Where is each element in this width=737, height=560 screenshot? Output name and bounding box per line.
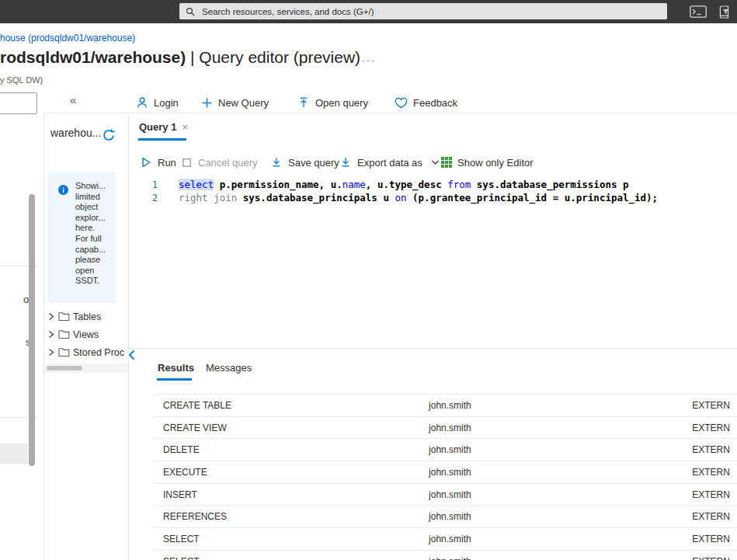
principal-cell: john.smith bbox=[419, 489, 683, 500]
permission-cell: EXECUTE bbox=[154, 467, 419, 478]
show-only-editor-button[interactable]: Show only Editor bbox=[441, 154, 534, 171]
run-button[interactable]: Run bbox=[140, 154, 176, 171]
collapse-blade-button[interactable]: « bbox=[70, 93, 76, 106]
open-query-button[interactable]: Open query bbox=[297, 94, 368, 111]
code-token: p.permission_name, u. bbox=[214, 179, 342, 190]
permission-cell: SELECT bbox=[154, 534, 419, 544]
command-bar-divider bbox=[44, 113, 737, 113]
code-token: right join bbox=[179, 192, 237, 203]
feedback-button[interactable]: Feedback bbox=[395, 94, 457, 111]
type-cell: EXTERN bbox=[683, 511, 737, 522]
code-token: on bbox=[395, 192, 406, 203]
page-title-blade: | Query editor (preview) bbox=[186, 48, 360, 66]
principal-cell: john.smith bbox=[419, 400, 683, 411]
export-data-button[interactable]: Export data as bbox=[339, 154, 440, 171]
menu-item-selected[interactable] bbox=[0, 443, 28, 464]
refresh-icon bbox=[102, 128, 116, 142]
cancel-query-button[interactable]: Cancel query bbox=[181, 154, 258, 171]
tab-messages[interactable]: Messages bbox=[206, 362, 252, 374]
breadcrumb[interactable]: house (prodsqldw01/warehouse) bbox=[0, 33, 135, 43]
folder-icon bbox=[58, 329, 70, 339]
code-token: sys.database_principals u bbox=[237, 192, 395, 203]
code-token: (p.grantee_principal_id = u.principal_id… bbox=[407, 192, 659, 203]
folder-icon bbox=[58, 311, 70, 322]
database-name-label: warehou... bbox=[50, 127, 101, 139]
sql-editor[interactable]: 1select p.permission_name, u.name, u.typ… bbox=[140, 178, 730, 204]
editor-results-divider bbox=[129, 348, 737, 349]
tree-item-views[interactable]: Views bbox=[48, 325, 129, 343]
tab-results[interactable]: Results bbox=[158, 362, 194, 374]
table-row[interactable]: DELETEjohn.smithEXTERN bbox=[154, 438, 737, 461]
tree-item-label: Stored Proc bbox=[73, 347, 124, 358]
results-table: CREATE TABLEjohn.smithEXTERNCREATE VIEWj… bbox=[154, 394, 737, 560]
grid-icon bbox=[441, 157, 452, 168]
search-input[interactable] bbox=[200, 6, 661, 17]
search-icon bbox=[186, 7, 195, 16]
resource-menu-border bbox=[43, 113, 44, 560]
info-line: SSDT. bbox=[75, 276, 114, 287]
cloud-shell-button[interactable] bbox=[688, 4, 708, 19]
directory-filter-icon bbox=[718, 5, 732, 19]
info-line: object bbox=[75, 202, 114, 213]
type-cell: EXTERN bbox=[683, 423, 737, 433]
chevron-right-icon bbox=[48, 348, 55, 357]
page-subtitle: y SQL DW) bbox=[0, 75, 43, 85]
info-line: Showi... bbox=[75, 181, 114, 192]
new-query-button[interactable]: New Query bbox=[201, 94, 269, 111]
refresh-button[interactable] bbox=[102, 128, 116, 142]
filter-input-partial[interactable] bbox=[0, 92, 37, 114]
save-query-button[interactable]: Save query bbox=[270, 154, 339, 171]
horizontal-scrollbar[interactable] bbox=[47, 366, 82, 370]
active-results-tab-indicator bbox=[157, 378, 192, 381]
type-cell: EXTERN bbox=[683, 489, 737, 500]
chevron-right-icon bbox=[48, 330, 55, 339]
info-line: explor... bbox=[75, 213, 114, 224]
stop-icon bbox=[181, 157, 193, 169]
table-row[interactable]: INSERTjohn.smithEXTERN bbox=[154, 483, 737, 506]
active-tab-indicator bbox=[138, 138, 186, 141]
type-cell: EXTERN bbox=[683, 534, 737, 544]
tab-query-1-label: Query 1 bbox=[139, 121, 176, 133]
type-cell: EXTERN bbox=[683, 400, 737, 411]
tree-item-tables[interactable]: Tables bbox=[48, 308, 129, 325]
table-row[interactable]: CREATE TABLEjohn.smithEXTERN bbox=[154, 394, 737, 416]
vertical-scrollbar[interactable] bbox=[29, 194, 35, 466]
more-button[interactable]: ··· bbox=[362, 54, 376, 66]
table-row[interactable]: REFERENCESjohn.smithEXTERN bbox=[154, 505, 737, 527]
code-token: name bbox=[342, 179, 366, 190]
principal-cell: john.smith bbox=[419, 467, 683, 478]
line-number: 2 bbox=[140, 193, 158, 203]
plus-icon bbox=[201, 97, 213, 109]
directory-filter-button[interactable] bbox=[714, 4, 735, 19]
principal-cell: john.smith bbox=[419, 423, 683, 433]
permission-cell: REFERENCES bbox=[154, 511, 419, 522]
type-cell: EXTERN bbox=[683, 444, 737, 455]
tree-item-label: Tables bbox=[73, 311, 101, 322]
info-line: For full bbox=[75, 234, 114, 245]
collapse-explorer-button[interactable] bbox=[127, 349, 138, 361]
cloud-shell-icon bbox=[690, 5, 707, 18]
save-query-label: Save query bbox=[288, 157, 339, 169]
download-icon bbox=[270, 156, 283, 169]
chevron-down-icon bbox=[431, 159, 440, 165]
principal-cell: john.smith bbox=[419, 556, 683, 560]
cancel-query-label: Cancel query bbox=[198, 157, 258, 169]
login-button[interactable]: Login bbox=[136, 94, 179, 111]
run-icon bbox=[140, 156, 152, 169]
type-cell: EXTERN bbox=[683, 467, 737, 478]
tree-item-stored-proc[interactable]: Stored Proc bbox=[48, 343, 129, 361]
info-line: open bbox=[75, 266, 114, 277]
global-search[interactable] bbox=[179, 3, 667, 19]
table-row[interactable]: CREATE VIEWjohn.smithEXTERN bbox=[154, 416, 737, 439]
info-icon: i bbox=[58, 185, 68, 195]
tree-item-label: Views bbox=[73, 329, 99, 340]
export-data-label: Export data as bbox=[357, 157, 422, 169]
info-line: capab... bbox=[75, 245, 114, 256]
close-tab-icon[interactable]: × bbox=[182, 121, 188, 133]
person-icon bbox=[136, 96, 148, 109]
table-row[interactable]: SELECTjohn.smithEXTERN bbox=[154, 527, 737, 550]
table-row[interactable]: EXECUTEjohn.smithEXTERN bbox=[154, 461, 737, 483]
info-line: here. bbox=[75, 223, 114, 234]
table-row[interactable]: SELECTjohn.smithEXTERN bbox=[154, 550, 737, 560]
tab-query-1[interactable]: Query 1 × bbox=[139, 121, 188, 133]
